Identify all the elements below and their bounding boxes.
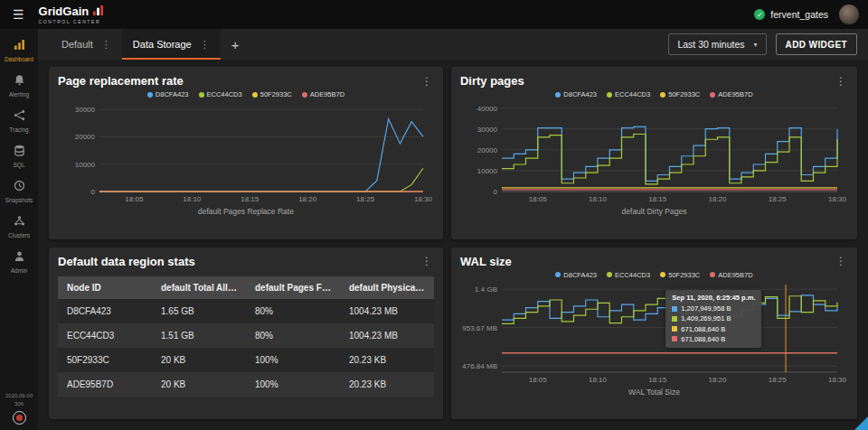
widget-menu-icon[interactable]: ⋮	[834, 255, 848, 267]
svg-text:10000: 10000	[477, 167, 498, 175]
legend-dot	[555, 92, 561, 98]
cluster-icon	[14, 214, 25, 230]
widget-title: Default data region stats	[58, 255, 195, 268]
table-cell: 20 KB	[152, 372, 246, 397]
user-menu[interactable]: ✓ fervent_gates	[754, 9, 828, 20]
avatar[interactable]	[839, 5, 859, 24]
legend-item[interactable]: ECC44CD3	[199, 90, 242, 98]
column-header[interactable]: default Physical Me...	[340, 276, 434, 299]
legend-label: D8CFA423	[563, 271, 597, 279]
table-cell: 80%	[246, 299, 340, 323]
gridgain-bars-icon	[92, 5, 104, 18]
legend-dot	[302, 92, 307, 98]
column-header[interactable]: default Total Allocat...	[152, 276, 246, 299]
sidebar-item-snapshots[interactable]: Snapshots	[0, 173, 38, 209]
table-cell: 100%	[246, 372, 340, 397]
tooltip-row: 1,207,949,958 B	[672, 304, 755, 313]
app-name: GridGain	[39, 5, 90, 17]
chart-page-replacement[interactable]: 010000200003000018:0518:1018:1518:2018:2…	[58, 99, 434, 204]
legend-item[interactable]: ECC44CD3	[607, 90, 650, 98]
sidebar-item-sql[interactable]: SQL	[0, 138, 38, 173]
sidebar-item-label: Tracing	[9, 126, 28, 133]
tracing-icon	[14, 108, 25, 125]
sidebar-item-label: Snapshots	[5, 197, 33, 203]
chart-wal-size[interactable]: 476.84 MB953.67 MB1.4 GB18:0518:1018:151…	[460, 280, 848, 385]
svg-text:18:25: 18:25	[356, 195, 375, 203]
table-row[interactable]: D8CFA4231.65 GB80%1004.23 MB	[58, 299, 434, 323]
tab-data-storage[interactable]: Data Storage ⋮	[122, 29, 221, 60]
widget-menu-icon[interactable]: ⋮	[834, 75, 848, 88]
legend-item[interactable]: 50F2933C	[660, 271, 700, 279]
tab-menu-icon[interactable]: ⋮	[101, 39, 111, 51]
chart-x-axis-label: WAL Total Size	[460, 388, 848, 397]
widget-menu-icon[interactable]: ⋮	[420, 255, 434, 267]
legend-item[interactable]: ADE95B7D	[302, 90, 344, 98]
clock-icon	[14, 179, 25, 195]
legend-item[interactable]: 50F2933C	[660, 90, 700, 98]
sidebar-item-clusters[interactable]: Clusters	[0, 209, 38, 244]
legend-label: ECC44CD3	[207, 90, 242, 98]
add-widget-button[interactable]: ADD WIDGET	[776, 33, 857, 55]
tab-label: Data Storage	[133, 39, 192, 50]
legend-label: ECC44CD3	[615, 271, 650, 279]
series-color-swatch	[672, 336, 677, 341]
column-header[interactable]: Node ID	[58, 276, 152, 299]
svg-text:18:20: 18:20	[708, 376, 727, 384]
column-header[interactable]: default Pages Fill F...	[246, 276, 340, 299]
legend-item[interactable]: D8CFA423	[555, 90, 597, 98]
chart-dirty-pages[interactable]: 01000020000300004000018:0518:1018:1518:2…	[460, 99, 848, 204]
hamburger-menu-icon[interactable]: ☰	[9, 7, 28, 22]
tab-menu-icon[interactable]: ⋮	[200, 39, 210, 51]
widget-menu-icon[interactable]: ⋮	[420, 75, 434, 88]
svg-text:10000: 10000	[75, 161, 96, 169]
gridgain-badge-logo	[13, 411, 26, 425]
sidebar-item-tracing[interactable]: Tracing	[0, 103, 38, 138]
svg-text:18:05: 18:05	[529, 195, 548, 203]
table-row[interactable]: ECC44CD31.51 GB80%1004.23 MB	[58, 323, 434, 348]
table-row[interactable]: ADE95B7D20 KB100%20.23 KB	[58, 372, 434, 397]
svg-text:953.67 MB: 953.67 MB	[462, 323, 497, 332]
add-tab-button[interactable]: +	[221, 29, 250, 60]
sidebar-item-alerting[interactable]: Alerting	[0, 68, 38, 103]
legend-label: ECC44CD3	[615, 90, 650, 98]
gridgain-logo: GridGain CONTROL CENTER	[39, 5, 105, 24]
table-cell: D8CFA423	[58, 299, 152, 323]
table-cell: ADE95B7D	[58, 372, 152, 397]
region-stats-table: Node IDdefault Total Allocat...default P…	[58, 276, 434, 397]
legend-item[interactable]: 50F2933C	[252, 90, 292, 98]
bell-icon	[14, 73, 25, 89]
tab-label: Default	[61, 39, 93, 50]
table-cell: ECC44CD3	[58, 323, 152, 348]
tooltip-row: 671,088,640 B	[672, 334, 755, 344]
sidebar-item-dashboard[interactable]: Dashboard	[0, 33, 38, 68]
svg-text:18:05: 18:05	[125, 195, 144, 203]
sidebar-footer: 2020.09.00 306	[0, 392, 38, 425]
legend-item[interactable]: ECC44CD3	[607, 271, 650, 279]
legend-item[interactable]: D8CFA423	[147, 90, 189, 98]
table-cell: 100%	[246, 348, 340, 372]
tab-default[interactable]: Default ⋮	[51, 29, 122, 60]
table-row[interactable]: 50F2933C20 KB100%20.23 KB	[58, 348, 434, 372]
time-range-select[interactable]: Last 30 minutes ▾	[668, 33, 766, 55]
legend-item[interactable]: ADE95B7D	[710, 271, 752, 279]
legend-item[interactable]: ADE95B7D	[710, 90, 752, 98]
legend-dot	[607, 92, 612, 98]
widget-title: Page replacement rate	[58, 74, 184, 88]
svg-text:18:15: 18:15	[648, 376, 667, 384]
widget-data-region-stats: Default data region stats ⋮ Node IDdefau…	[49, 248, 443, 420]
sidebar-item-label: Dashboard	[5, 56, 33, 62]
sidebar-item-label: SQL	[13, 162, 24, 168]
legend-dot	[710, 92, 715, 98]
sidebar-nav: DashboardAlertingTracingSQLSnapshotsClus…	[0, 33, 38, 279]
chart-x-axis-label: default Pages Replace Rate	[58, 207, 434, 216]
legend-item[interactable]: D8CFA423	[555, 271, 597, 279]
legend-dot	[555, 272, 561, 277]
svg-text:18:15: 18:15	[648, 195, 667, 203]
legend-dot	[710, 272, 715, 277]
resize-corner-icon[interactable]	[854, 416, 868, 430]
sidebar-item-admin[interactable]: Admin	[0, 244, 38, 279]
chart-legend: D8CFA423ECC44CD350F2933CADE95B7D	[460, 271, 848, 279]
legend-label: 50F2933C	[668, 271, 700, 279]
dashboard-tabbar: Default ⋮ Data Storage ⋮ + Last 30 minut…	[38, 29, 868, 60]
svg-text:18:20: 18:20	[708, 195, 727, 203]
